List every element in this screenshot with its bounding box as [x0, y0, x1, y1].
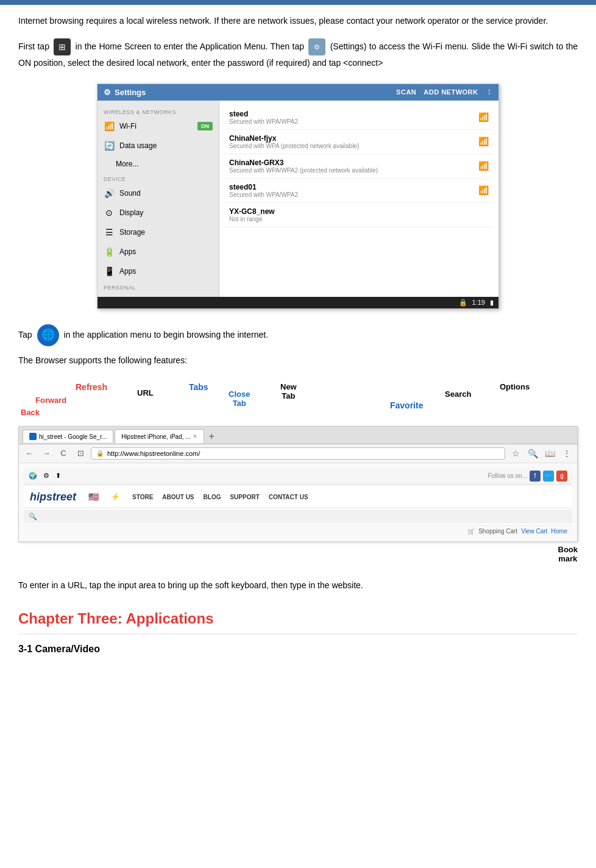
settings-actions: SCAN ADD NETWORK ⋮	[396, 88, 492, 96]
content-icon-3: ⬆	[55, 472, 61, 480]
wifi-network-steed[interactable]: steed Secured with WPA/WPA2 📶	[224, 105, 494, 130]
back-btn[interactable]: ←	[23, 447, 36, 460]
nav-blog[interactable]: BLOG	[204, 494, 221, 500]
hipstreet-logo: hipstreet	[30, 491, 76, 503]
chapter-heading: Chapter Three: Applications	[18, 610, 578, 635]
label-favorite: Favorite	[390, 400, 423, 410]
search-icon-site: 🔍	[29, 513, 37, 521]
twitter-icon[interactable]: 🐦	[543, 471, 554, 482]
settings-status-bar: 🔒 1:19 ▮	[98, 297, 498, 308]
signal-icon-4: 📶	[478, 185, 489, 195]
subheading: 3-1 Camera/Video	[18, 644, 578, 655]
browser-features-text: The Browser supports the following featu…	[18, 355, 578, 365]
favicon-icon	[29, 433, 37, 440]
nav-store[interactable]: STORE	[132, 494, 153, 500]
label-tabs: Tabs	[189, 382, 208, 392]
tab-switcher-btn[interactable]: ⊡	[74, 447, 87, 460]
settings-header: ⚙ Settings SCAN ADD NETWORK ⋮	[98, 84, 498, 101]
device-section-label: DEVICE	[98, 173, 219, 183]
wireless-section-label: WIRELESS & NETWORKS	[98, 105, 219, 116]
tab-label-2: Hipstreet iPhone, iPad, ...	[121, 433, 190, 440]
display-item[interactable]: ⊙ Display	[98, 203, 219, 222]
content-icon-2: ⚙	[43, 472, 49, 480]
close-tab-btn[interactable]: ×	[193, 432, 197, 441]
personal-section-label: PERSONAL	[98, 281, 219, 292]
cart-label: Shopping Cart	[478, 528, 517, 535]
settings-sidebar: WIRELESS & NETWORKS 📶 Wi-Fi ON 🔄 Data us…	[98, 101, 219, 297]
label-bookmark: Bookmark	[558, 545, 578, 564]
content-icon-1: 🌍	[29, 472, 37, 480]
wifi-network-yxgc8[interactable]: YX-GC8_new Not in range	[224, 203, 494, 227]
nav-about[interactable]: ABOUT US	[162, 494, 194, 500]
new-tab-btn[interactable]: +	[204, 429, 219, 444]
more-item[interactable]: More...	[98, 155, 219, 173]
more-options-icon: ⋮	[486, 88, 493, 96]
forward-btn[interactable]: →	[40, 447, 53, 460]
browser-diagram: Back Forward Refresh URL Tabs CloseTab N…	[18, 377, 578, 566]
browser-toolbar: ← → C ⊡ 🔒 http://www.hipstreetonline.com…	[19, 444, 577, 463]
settings-main: steed Secured with WPA/WPA2 📶 ChinaNet-f…	[219, 101, 498, 297]
wifi-icon: 📶	[104, 121, 115, 132]
settings-icon-inline: ⚙	[308, 38, 325, 55]
data-usage-icon: 🔄	[104, 140, 115, 151]
label-options: Options	[500, 382, 530, 391]
battery-icon: 🔋	[104, 246, 115, 257]
follow-us-text: Follow us on...	[488, 472, 527, 479]
url-bar[interactable]: 🔒 http://www.hipstreetonline.com/	[91, 447, 505, 460]
shopping-bar: 🛒 Shopping Cart View Cart Home	[24, 525, 572, 536]
hipstreet-site-header: hipstreet 🇺🇸 ⚡ STORE ABOUT US BLOG SUPPO…	[24, 487, 572, 508]
favorite-btn[interactable]: ☆	[509, 447, 522, 460]
search-btn[interactable]: 🔍	[526, 447, 539, 460]
settings-icon: ⚙	[104, 88, 111, 97]
site-search-bar: 🔍	[24, 510, 572, 523]
storage-icon: ☰	[104, 227, 115, 238]
options-btn[interactable]: ⋮	[560, 447, 573, 460]
label-refresh: Refresh	[76, 382, 107, 392]
lock-icon: 🔒	[459, 299, 467, 307]
view-cart-link[interactable]: View Cart	[521, 528, 547, 535]
wifi-toggle[interactable]: ON	[197, 122, 213, 130]
signal-icon-3: 📶	[478, 161, 489, 171]
first-tap-text-2: in the Home Screen to enter the Applicat…	[76, 41, 305, 51]
googleplus-icon[interactable]: g	[556, 471, 567, 482]
display-icon: ⊙	[104, 207, 115, 218]
label-url: URL	[137, 388, 154, 397]
top-bar	[0, 0, 596, 5]
apps-icon: 📱	[104, 266, 115, 277]
storage-item[interactable]: ☰ Storage	[98, 222, 219, 242]
nav-contact[interactable]: CONTACT US	[269, 494, 308, 500]
apps-item[interactable]: 📱 Apps	[98, 261, 219, 281]
grid-icon: ⊞	[54, 38, 71, 55]
wifi-network-grx3[interactable]: ChinaNet-GRX3 Secured with WPA/WPA2 (pro…	[224, 154, 494, 179]
refresh-btn[interactable]: C	[57, 447, 70, 460]
signal-icon-1: 📶	[478, 112, 489, 122]
sound-item[interactable]: 🔊 Sound	[98, 183, 219, 203]
intro-text: Internet browsing requires a local wirel…	[18, 14, 578, 27]
cart-icon: 🛒	[467, 528, 475, 535]
facebook-icon[interactable]: f	[530, 471, 541, 482]
bookmark-btn[interactable]: 📖	[543, 447, 556, 460]
battery-status-icon: ▮	[490, 299, 494, 307]
label-search: Search	[445, 390, 471, 399]
wifi-item[interactable]: 📶 Wi-Fi ON	[98, 116, 219, 136]
hipstreet-nav: STORE ABOUT US BLOG SUPPORT CONTACT US	[132, 494, 308, 500]
label-forward: Forward	[35, 396, 66, 405]
sound-icon: 🔊	[104, 188, 115, 199]
home-link[interactable]: Home	[551, 528, 567, 535]
battery-item[interactable]: 🔋 Apps	[98, 242, 219, 261]
browser-tab-active[interactable]: hi_street - Google Se_r...	[23, 430, 113, 443]
wifi-network-steed01[interactable]: steed01 Secured with WPA/WPA2 📶	[224, 179, 494, 203]
label-back: Back	[21, 408, 40, 417]
data-usage-item[interactable]: 🔄 Data usage	[98, 136, 219, 155]
browser-mockup: hi_street - Google Se_r... Hipstreet iPh…	[18, 426, 578, 542]
nav-support[interactable]: SUPPORT	[230, 494, 259, 500]
settings-body: WIRELESS & NETWORKS 📶 Wi-Fi ON 🔄 Data us…	[98, 101, 498, 297]
url-secure-icon: 🔒	[96, 450, 104, 457]
browser-tab-hipstreet[interactable]: Hipstreet iPhone, iPad, ... ×	[115, 429, 204, 443]
browser-tab-bar: hi_street - Google Se_r... Hipstreet iPh…	[19, 427, 577, 444]
first-tap-text: First tap ⊞ in the Home Screen to enter …	[18, 38, 578, 71]
tab-label-1: hi_street - Google Se_r...	[39, 433, 107, 440]
wifi-network-fjyx[interactable]: ChinaNet-fjyx Secured with WPA (protecte…	[224, 130, 494, 154]
tap-section: Tap 🌐 in the application menu to begin b…	[18, 324, 578, 346]
social-icons: Follow us on... f 🐦 g	[488, 471, 567, 482]
